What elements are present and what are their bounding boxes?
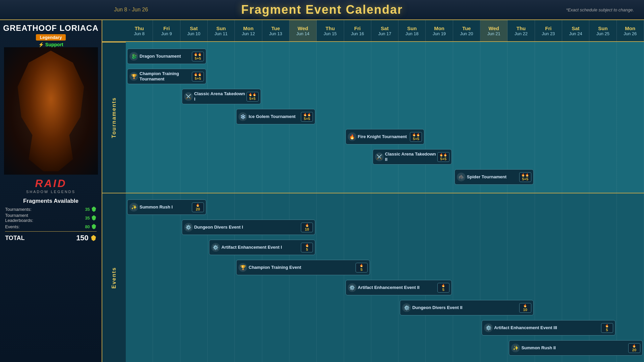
event-name: Fire Knight Tournament	[358, 134, 409, 139]
total-value: 150	[76, 234, 97, 242]
event-badge: 🔥20	[192, 202, 204, 212]
left-panel: GREATHOOF LORIACA Legendary ⚡ Support RA…	[0, 20, 102, 362]
calendar-body: Tournaments Events 🐉Dragon Tournament🔥🔥5…	[102, 42, 644, 362]
col-header-Jun-14: WedJun 14	[289, 20, 317, 41]
leaderboards-frag-row: TournamentLeaderboards: 35	[5, 213, 97, 223]
leaderboards-frag-label: TournamentLeaderboards:	[5, 213, 33, 223]
date-range: Jun 8 - Jun 26	[114, 7, 148, 13]
event-bar-1[interactable]: ⚙️Dungeon Divers Event I🔥10	[182, 220, 316, 235]
event-icon: 🕷️	[457, 173, 466, 181]
col-header-Jun-12: MonJun 12	[235, 20, 262, 41]
event-icon: ✨	[129, 203, 138, 212]
col-header-Jun-13: TueJun 13	[262, 20, 289, 41]
champion-image	[4, 47, 98, 175]
event-bar-2[interactable]: ⚔️Classic Arena Takedown I🔥🔥5+5	[182, 89, 261, 104]
col-header-Jun-21: WedJun 21	[480, 20, 507, 41]
col-header-Jun-11: SunJun 11	[208, 20, 235, 41]
champion-silhouette	[14, 51, 88, 171]
leaf-icon-2	[91, 215, 97, 221]
leaf-icon	[91, 206, 97, 212]
rarity-badge: Legendary	[36, 34, 66, 41]
leaf-icon-3	[91, 224, 97, 229]
event-badge: 🔥10	[519, 303, 531, 313]
event-name: Summon Rush II	[521, 345, 627, 351]
col-header-Jun-24: SatJun 24	[562, 20, 589, 41]
event-bar-3[interactable]: 🏆Champion Training Event🔥5	[236, 260, 370, 275]
col-header-Jun-18: SunJun 18	[398, 20, 426, 41]
event-name: Artifact Enhancement Event III	[494, 325, 600, 330]
col-header-Jun-9: FriJun 9	[153, 20, 180, 41]
total-row: TOTAL 150	[5, 231, 97, 242]
col-header-Jun-22: ThuJun 22	[507, 20, 535, 41]
event-bar-1[interactable]: 🏆Champion Training Tournament🔥🔥5+5	[127, 69, 206, 84]
section-divider	[126, 193, 644, 193]
col-header-Jun-17: SatJun 17	[371, 20, 398, 41]
event-icon: 🔥	[348, 132, 357, 141]
event-bar-0[interactable]: ✨Summon Rush I🔥20	[127, 199, 206, 215]
event-icon: ⚙️	[402, 303, 411, 312]
fragments-section: Fragments Available Tournaments: 35 Tour…	[5, 198, 97, 242]
event-name: Summon Rush I	[140, 204, 191, 210]
col-header-Jun-15: ThuJun 15	[317, 20, 344, 41]
calendar-area: ThuJun 8FriJun 9SatJun 10SunJun 11MonJun…	[102, 20, 644, 362]
event-badge: 🔥20	[628, 343, 640, 353]
event-icon: ⚔️	[375, 153, 384, 161]
event-bar-0[interactable]: 🐉Dragon Tournament🔥🔥5+5	[127, 49, 206, 64]
events-frag-label: Events:	[5, 224, 19, 229]
champion-name: GREATHOOF LORIACA	[3, 23, 99, 33]
total-leaf-icon	[91, 235, 97, 241]
grid-bg-tournaments	[126, 42, 644, 193]
tournaments-label: Tournaments	[102, 42, 126, 193]
event-icon: ⚔️	[184, 92, 193, 101]
event-icon: ❄️	[238, 112, 247, 121]
event-name: Dungeon Divers Event I	[194, 225, 300, 230]
event-badge: 🔥🔥5+5	[247, 92, 259, 102]
tournaments-frag-label: Tournaments:	[5, 207, 32, 212]
col-header-Jun-20: TueJun 20	[453, 20, 480, 41]
event-badge: 🔥🔥5+5	[192, 72, 204, 81]
event-name: Artifact Enhancement Event I	[221, 245, 300, 250]
event-icon: ✨	[511, 344, 520, 352]
col-header-Jun-10: SatJun 10	[180, 20, 208, 41]
role-badge: ⚡ Support	[38, 42, 63, 47]
event-name: Artifact Enhancement Event II	[358, 285, 436, 290]
event-badge: 🔥🔥5+5	[192, 52, 204, 61]
event-bar-5[interactable]: ⚔️Classic Arena Takedown II🔥🔥5+5	[373, 149, 452, 165]
event-icon: ⚙️	[348, 283, 357, 292]
event-bar-6[interactable]: ⚙️Artifact Enhancement Event III🔥5	[482, 320, 615, 336]
event-badge: 🔥🔥5+5	[437, 152, 449, 162]
col-header-Jun-8: ThuJun 8	[126, 20, 153, 41]
event-badge: 🔥5	[601, 323, 613, 333]
events-label: Events	[102, 193, 126, 362]
event-name: Champion Training Tournament	[140, 71, 191, 81]
event-badge: 🔥5	[301, 243, 313, 252]
event-name: Ice Golem Tournament	[249, 114, 300, 119]
event-bar-4[interactable]: 🔥Fire Knight Tournament🔥🔥5+5	[345, 129, 425, 144]
grid-bg-events	[126, 193, 644, 362]
total-label: TOTAL	[5, 235, 24, 242]
raid-text: RAID	[26, 177, 75, 190]
col-header-Jun-16: FriJun 16	[344, 20, 371, 41]
event-name: Classic Arena Takedown II	[385, 152, 436, 162]
event-icon: ⚙️	[184, 223, 193, 232]
tournaments-frag-value: 35	[85, 206, 96, 212]
event-badge: 🔥5	[437, 283, 449, 293]
event-name: Dragon Tournament	[140, 54, 191, 59]
event-badge: 🔥🔥5+5	[410, 132, 422, 142]
page-title: Fragment Event Calendar	[241, 3, 403, 17]
event-bar-7[interactable]: ✨Summon Rush II🔥20	[509, 340, 643, 356]
header: Jun 8 - Jun 26 Fragment Event Calendar *…	[0, 0, 644, 20]
event-bar-3[interactable]: ❄️Ice Golem Tournament🔥🔥5+5	[236, 109, 315, 124]
fragments-title: Fragments Available	[5, 198, 97, 204]
event-bar-5[interactable]: ⚙️Dungeon Divers Event II🔥10	[400, 300, 534, 315]
event-badge: 🔥🔥5+5	[301, 112, 313, 122]
event-bar-4[interactable]: ⚙️Artifact Enhancement Event II🔥5	[345, 280, 452, 295]
column-headers: ThuJun 8FriJun 9SatJun 10SunJun 11MonJun…	[102, 20, 644, 42]
event-bar-2[interactable]: ⚙️Artifact Enhancement Event I🔥5	[209, 240, 315, 255]
event-icon: 🏆	[129, 72, 138, 81]
event-badge: 🔥🔥5+5	[519, 172, 531, 182]
raid-logo: RAID SHADOW LEGENDS	[26, 177, 75, 194]
shadow-legends-text: SHADOW LEGENDS	[26, 190, 75, 194]
event-badge: 🔥5	[356, 263, 368, 273]
event-bar-6[interactable]: 🕷️Spider Tournament🔥🔥5+5	[454, 169, 534, 185]
